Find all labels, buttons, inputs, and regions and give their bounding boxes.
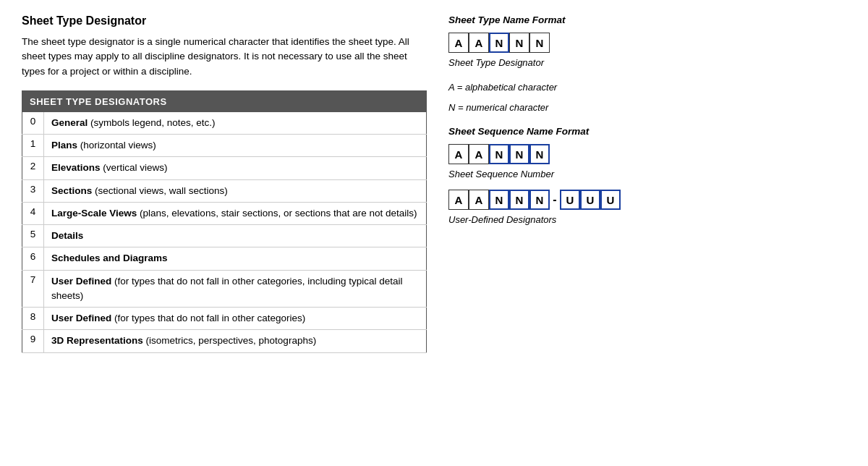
char-box-n-4: N <box>529 144 550 164</box>
row-number: 0 <box>22 112 44 135</box>
legend-a: A = alphabetical character <box>448 80 846 96</box>
char-box-a-0: A <box>448 144 469 164</box>
table-row: 4Large-Scale Views (plans, elevations, s… <box>22 202 427 224</box>
row-number: 3 <box>22 179 44 202</box>
intro-text: The sheet type designator is a single nu… <box>22 35 427 79</box>
table-header: SHEET TYPE DESIGNATORS <box>22 90 427 112</box>
user-defined-label: User-Defined Designators <box>448 214 846 225</box>
table-row: 7User Defined (for types that do not fal… <box>22 270 427 308</box>
ud-extra-char-box-0: U <box>560 190 580 210</box>
ud-extra-char-box-2: U <box>600 190 621 210</box>
char-box-a-1: A <box>469 33 489 53</box>
ud-dash: - <box>550 190 560 210</box>
row-number: 9 <box>22 330 44 352</box>
table-row: 93D Representations (isometrics, perspec… <box>22 330 427 352</box>
char-box-n-3: N <box>509 33 529 53</box>
designators-table: SHEET TYPE DESIGNATORS 0General (symbols… <box>22 90 427 353</box>
char-box-a-0: A <box>448 33 469 53</box>
ud-extra-char-box-1: U <box>580 190 600 210</box>
row-content: General (symbols legend, notes, etc.) <box>44 112 427 135</box>
table-row: 3Sections (sectional views, wall section… <box>22 179 427 202</box>
table-row: 2Elevations (vertical views) <box>22 157 427 179</box>
right-column: Sheet Type Name Format AANNN Sheet Type … <box>448 14 846 353</box>
row-content: 3D Representations (isometrics, perspect… <box>44 330 427 352</box>
row-content: Plans (horizontal views) <box>44 135 427 157</box>
row-number: 4 <box>22 202 44 224</box>
row-number: 1 <box>22 135 44 157</box>
row-content: Schedules and Diagrams <box>44 247 427 270</box>
row-content: Sections (sectional views, wall sections… <box>44 179 427 202</box>
section-title: Sheet Type Designator <box>22 14 427 27</box>
sheet-type-char-boxes: AANNN <box>448 33 846 53</box>
sheet-sequence-format-label: Sheet Sequence Name Format <box>448 126 846 137</box>
row-content: Details <box>44 225 427 247</box>
row-number: 2 <box>22 157 44 179</box>
row-content: User Defined (for types that do not fall… <box>44 308 427 330</box>
row-content: Elevations (vertical views) <box>44 157 427 179</box>
table-row: 1Plans (horizontal views) <box>22 135 427 157</box>
table-row: 6Schedules and Diagrams <box>22 247 427 270</box>
row-number: 8 <box>22 308 44 330</box>
left-column: Sheet Type Designator The sheet type des… <box>22 14 427 353</box>
ud-main-char-box-0: A <box>448 190 469 210</box>
char-box-a-1: A <box>469 144 489 164</box>
table-row: 8User Defined (for types that do not fal… <box>22 308 427 330</box>
user-defined-char-boxes: AANNN-UUU <box>448 190 846 210</box>
table-row: 0General (symbols legend, notes, etc.) <box>22 112 427 135</box>
page-container: Sheet Type Designator The sheet type des… <box>22 14 846 353</box>
sheet-sequence-number-label: Sheet Sequence Number <box>448 169 846 179</box>
char-box-n-3: N <box>509 144 529 164</box>
char-box-n-4: N <box>529 33 550 53</box>
row-number: 5 <box>22 225 44 247</box>
row-content: Large-Scale Views (plans, elevations, st… <box>44 202 427 224</box>
char-box-n-2: N <box>489 33 509 53</box>
sheet-sequence-char-boxes: AANNN <box>448 144 846 164</box>
row-content: User Defined (for types that do not fall… <box>44 270 427 308</box>
sheet-type-format-label: Sheet Type Name Format <box>448 14 846 25</box>
ud-main-char-box-1: A <box>469 190 489 210</box>
ud-main-char-box-4: N <box>529 190 550 210</box>
char-box-n-2: N <box>489 144 509 164</box>
legend-n: N = numerical character <box>448 100 846 116</box>
table-row: 5Details <box>22 225 427 247</box>
ud-main-char-box-2: N <box>489 190 509 210</box>
row-number: 6 <box>22 247 44 270</box>
row-number: 7 <box>22 270 44 308</box>
sheet-type-designator-label: Sheet Type Designator <box>448 57 846 68</box>
ud-main-char-box-3: N <box>509 190 529 210</box>
